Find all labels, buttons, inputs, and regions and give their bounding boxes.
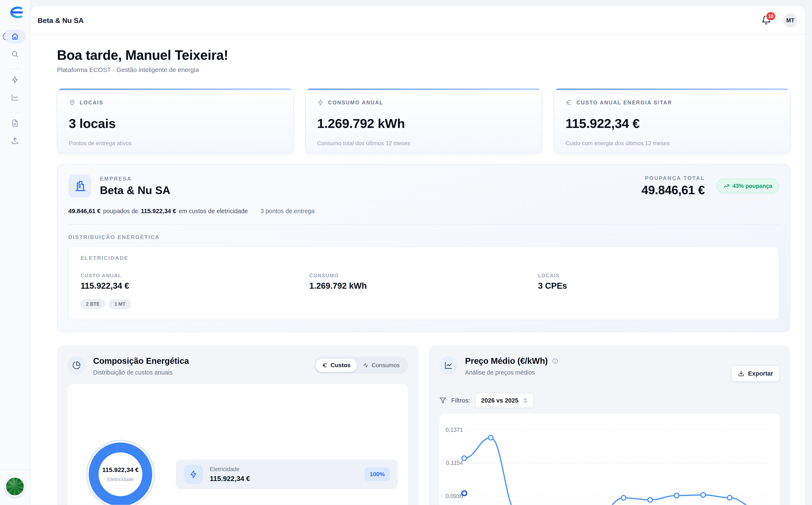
composition-title: Composição Energética (93, 356, 189, 366)
summary-joiner: poupados de (103, 208, 139, 215)
activity-icon (363, 362, 368, 368)
summary-total: 115.922,34 € (141, 208, 176, 215)
home-icon (11, 33, 19, 40)
stat-label: CUSTO ANUAL ENERGIA S/TAR (576, 100, 672, 106)
search-icon (11, 50, 19, 58)
composition-card: Composição Energética Distribuição de cu… (57, 345, 419, 505)
distribution-box: ELETRICIDADE CUSTO ANUAL 115.922,34 € 2 … (68, 246, 779, 320)
price-card: Preço Médio (€/kWh) Análise de preços mé… (429, 345, 790, 505)
col-value: 1.269.792 kWh (309, 281, 538, 291)
zap-icon-tile (184, 465, 203, 484)
company-icon-tile (68, 174, 91, 198)
main-panel: Beta & Nu SA 10 MT Boa tarde, Manuel Tei… (30, 6, 805, 505)
tag-bte: 2 BTE (80, 299, 105, 309)
chevrons-up-down-icon (523, 398, 528, 403)
legend-name: Eletricidade (210, 466, 250, 473)
summary-tail: em custos de eletricidade (179, 208, 248, 215)
toggle-costs-label: Custos (330, 362, 350, 369)
savings-badge-label: 43% poupança (733, 183, 772, 189)
period-select-value: 2026 vs 2025 (481, 397, 518, 404)
active-indicator-arc (1, 33, 9, 40)
plant-avatar[interactable] (5, 476, 25, 497)
stat-caption: Pontos de entrega ativos (69, 140, 282, 147)
filter-icon (440, 397, 446, 404)
company-label: EMPRESA (100, 176, 170, 182)
composition-chart-area: 115.922,34 € Eletricidade Eletricidade 1… (67, 384, 408, 505)
col-label: CUSTO ANUAL (80, 273, 309, 279)
company-name: Beta & Nu SA (100, 184, 170, 196)
toggle-consumption[interactable]: Consumos (357, 359, 406, 372)
sidebar (0, 0, 30, 505)
savings-value: 49.846,61 € (641, 183, 705, 197)
zap-icon (189, 470, 198, 479)
composition-subtitle: Distribuição de custos anuais (93, 369, 189, 376)
filters-row: Filtros: 2026 vs 2025 (440, 393, 534, 408)
stat-caption: Custo com energia dos últimos 12 meses (566, 140, 779, 147)
sidebar-item-search[interactable] (4, 47, 26, 61)
col-label: LOCAIS (538, 273, 767, 279)
export-label: Exportar (748, 370, 773, 377)
period-select[interactable]: 2026 vs 2025 (475, 393, 534, 408)
stat-label: CONSUMO ANUAL (328, 100, 383, 106)
toggle-costs[interactable]: Custos (316, 359, 357, 372)
legend-value: 115.922,34 € (210, 475, 250, 483)
stats-row: LOCAIS 3 locais Pontos de entrega ativos… (57, 88, 790, 153)
zap-icon (11, 76, 19, 83)
export-button[interactable]: Exportar (731, 365, 780, 381)
svg-text:0,0936: 0,0936 (446, 493, 463, 499)
map-pin-icon (69, 99, 75, 106)
euro-icon (322, 362, 328, 368)
zap-icon (317, 99, 324, 106)
pie-chart-icon-circle (67, 356, 85, 374)
stat-card-custo: CUSTO ANUAL ENERGIA S/TAR 115.922,34 € C… (554, 88, 790, 153)
user-avatar[interactable]: MT (783, 13, 798, 28)
col-value: 3 CPEs (538, 281, 767, 291)
price-line-chart: 0,13710,11540,0936 (440, 414, 780, 505)
sidebar-item-home[interactable] (4, 29, 26, 43)
stat-label: LOCAIS (80, 100, 103, 106)
savings-summary: 49.846,61 € poupados de 115.922,34 € em … (68, 208, 779, 215)
sidebar-item-documents[interactable] (4, 116, 26, 130)
topbar: Beta & Nu SA 10 MT (30, 7, 805, 35)
savings-badge: 43% poupança (717, 179, 779, 193)
divider (68, 224, 779, 225)
charts-row: Composição Energética Distribuição de cu… (57, 345, 790, 505)
sidebar-item-analytics[interactable] (4, 91, 26, 104)
svg-text:0,1371: 0,1371 (446, 427, 463, 433)
distribution-section-label: DISTRIBUIÇÃO ENERGÉTICA (68, 234, 779, 240)
ecost-logo-icon (5, 5, 25, 19)
price-chart-area: 0,13710,11540,0936 (440, 414, 780, 505)
col-value: 115.922,34 € (80, 281, 309, 291)
notifications-button[interactable]: 10 (761, 15, 771, 26)
filters-label: Filtros: (451, 397, 470, 404)
sidebar-item-upload[interactable] (4, 134, 26, 148)
download-icon (738, 370, 744, 377)
stat-value: 115.922,34 € (566, 116, 779, 131)
distribution-col-locais: LOCAIS 3 CPEs (538, 273, 767, 309)
stat-card-locais: LOCAIS 3 locais Pontos de entrega ativos (57, 88, 293, 153)
stat-value: 1.269.792 kWh (317, 116, 530, 131)
cost-consumption-toggle: Custos Consumos (314, 357, 408, 373)
percent-badge: 100% (364, 468, 390, 481)
line-chart-icon (444, 361, 453, 369)
stat-caption: Consumo total dos últimos 12 meses (317, 140, 530, 147)
distribution-col-custo: CUSTO ANUAL 115.922,34 € 2 BTE 1 MT (80, 273, 309, 309)
info-icon[interactable] (552, 358, 558, 364)
line-chart-icon-circle (440, 356, 458, 374)
euro-icon (566, 99, 572, 106)
donut-center-label: Eletricidade (107, 476, 133, 482)
line-chart-icon (11, 94, 19, 101)
file-text-icon (11, 119, 19, 127)
building-icon (74, 180, 86, 192)
col-label: CONSUMO (309, 273, 538, 279)
toggle-consumption-label: Consumos (371, 362, 400, 369)
tag-mt: 1 MT (109, 299, 131, 309)
distribution-source-label: ELETRICIDADE (80, 255, 767, 261)
sidebar-item-energy[interactable] (4, 73, 26, 87)
app-logo[interactable] (0, 0, 30, 19)
legend-item-electricity: Eletricidade 115.922,34 € 100% (176, 460, 398, 489)
notification-badge: 10 (766, 11, 776, 21)
pie-chart-icon (72, 361, 81, 369)
page-subtitle: Plataforma ECOST · Gestão inteligente de… (57, 66, 790, 73)
sidebar-divider (0, 469, 30, 470)
